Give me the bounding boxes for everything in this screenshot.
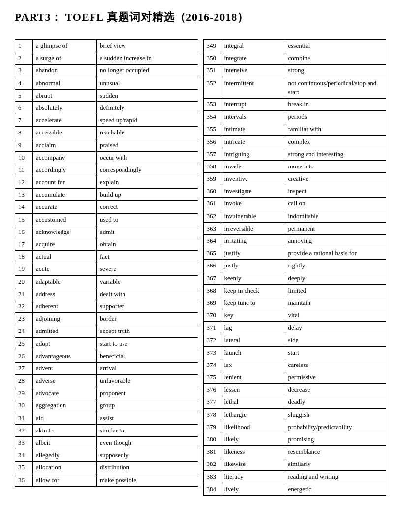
row-num: 380 [203,433,221,446]
table-row: 21 address dealt with [15,288,198,300]
row-word: adherent [33,300,97,312]
row-def: provide a rational basis for [285,247,386,260]
row-word: aid [33,412,97,424]
row-num: 8 [15,127,33,139]
table-row: 378 lethargic sluggish [203,408,386,421]
row-num: 13 [15,189,33,201]
row-def: proponent [97,387,198,399]
row-def: strong [285,65,386,77]
row-word: key [221,309,285,322]
row-num: 356 [203,135,221,148]
row-def: reachable [97,127,198,139]
row-word: investigate [221,185,285,198]
row-word: invade [221,160,285,172]
table-row: 29 advocate proponent [15,387,198,399]
table-row: 2 a surge of a sudden increase in [15,52,198,65]
row-def: familiar with [285,123,386,135]
row-num: 7 [15,114,33,127]
table-row: 5 abrupt sudden [15,89,198,101]
row-num: 16 [15,226,33,238]
row-def: a sudden increase in [97,52,198,65]
row-def: supporter [97,300,198,312]
table-row: 374 lax careless [203,359,386,371]
row-word: likely [221,433,285,446]
row-word: lateral [221,334,285,346]
row-def: build up [97,189,198,201]
row-def: variable [97,275,198,288]
row-def: brief view [97,40,198,52]
table-row: 8 accessible reachable [15,127,198,139]
table-row: 7 accelerate speed up/rapid [15,114,198,127]
row-def: limited [285,284,386,297]
row-num: 381 [203,446,221,458]
row-def: sudden [97,89,198,101]
row-def: annoying [285,235,386,247]
row-word: lethal [221,396,285,408]
row-num: 361 [203,198,221,210]
row-word: intensive [221,65,285,77]
row-def: deadly [285,396,386,408]
table-row: 353 interrupt break in [203,98,386,110]
row-word: lessen [221,384,285,396]
row-word: interrupt [221,98,285,110]
row-def: start to use [97,337,198,350]
row-word: adjoining [33,313,97,325]
table-row: 369 keep tune to maintain [203,297,386,309]
row-word: advocate [33,387,97,399]
row-word: a surge of [33,52,97,65]
row-num: 2 [15,52,33,65]
table-row: 352 intermittent not continuous/periodic… [203,77,386,98]
table-row: 14 accurate correct [15,201,198,213]
table-row: 365 justify provide a rational basis for [203,247,386,260]
row-word: keenly [221,272,285,284]
row-num: 35 [15,462,33,474]
row-num: 11 [15,164,33,176]
table-row: 361 invoke call on [203,198,386,210]
row-num: 34 [15,449,33,462]
row-def: essential [285,40,386,52]
table-row: 15 accustomed used to [15,213,198,226]
row-def: even though [97,437,198,449]
row-def: group [97,399,198,412]
row-def: maintain [285,297,386,309]
row-num: 378 [203,408,221,421]
row-num: 5 [15,89,33,101]
row-num: 384 [203,483,221,495]
row-num: 20 [15,275,33,288]
table-row: 382 likewise similarly [203,458,386,470]
table-row: 30 aggregation group [15,399,198,412]
table-row: 375 lenient permissive [203,371,386,384]
table-row: 34 allegedly supposedly [15,449,198,462]
row-def: strong and interesting [285,148,386,160]
row-num: 366 [203,260,221,272]
row-word: irritating [221,235,285,247]
row-word: acknowledge [33,226,97,238]
row-num: 371 [203,322,221,334]
row-word: admitted [33,325,97,337]
row-word: absolutely [33,101,97,114]
table-row: 360 investigate inspect [203,185,386,198]
row-word: intimate [221,123,285,135]
row-def: correspondingly [97,164,198,176]
row-num: 23 [15,313,33,325]
row-def: permanent [285,222,386,234]
row-word: accordingly [33,164,97,176]
page-title: PART3： TOEFL 真题词对精选（2016-2018） [15,10,386,25]
row-word: keep tune to [221,297,285,309]
table-row: 356 intricate complex [203,135,386,148]
row-def: permissive [285,371,386,384]
table-row: 350 integrate combine [203,52,386,65]
row-def: side [285,334,386,346]
table-row: 362 invulnerable indomitable [203,210,386,222]
row-num: 360 [203,185,221,198]
right-table: 349 integral essential 350 integrate com… [203,39,387,496]
row-num: 352 [203,77,221,98]
row-num: 9 [15,139,33,151]
row-word: albeit [33,437,97,449]
row-num: 377 [203,396,221,408]
row-def: not continuous/periodical/stop and start [285,77,386,98]
row-word: accurate [33,201,97,213]
row-num: 12 [15,176,33,189]
row-word: inventive [221,173,285,185]
row-word: advent [33,362,97,374]
